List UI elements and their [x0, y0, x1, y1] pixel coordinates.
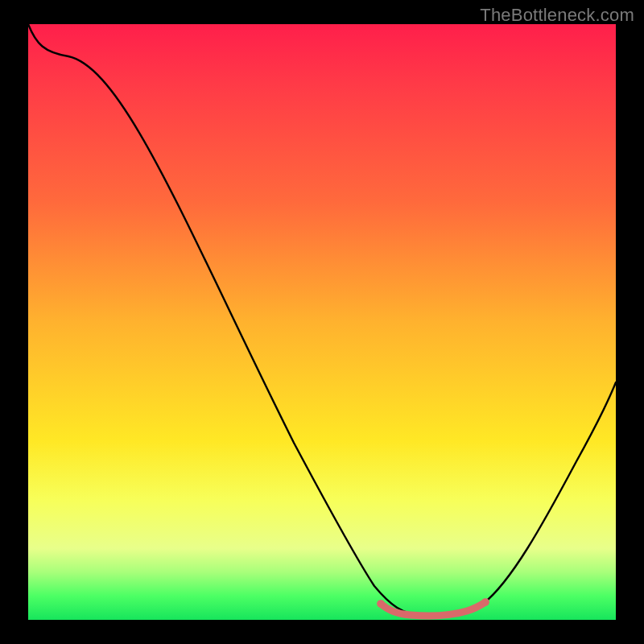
- series-trough-highlight: [381, 602, 485, 616]
- trough-cap-right: [481, 598, 489, 606]
- plot-area: [28, 24, 616, 620]
- bottleneck-curve: [28, 24, 616, 620]
- trough-cap-left: [377, 600, 385, 608]
- watermark-text: TheBottleneck.com: [480, 5, 634, 26]
- series-bottleneck-curve: [28, 24, 616, 617]
- chart-frame: TheBottleneck.com: [0, 0, 644, 644]
